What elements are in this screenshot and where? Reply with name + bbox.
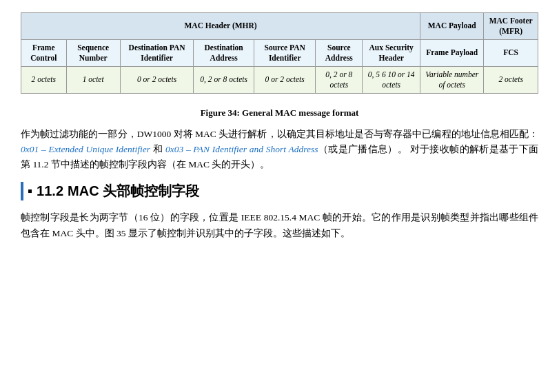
table-top-header-row: MAC Header (MHR) MAC Payload MAC Footer … [21,13,538,40]
val-fcs: 2 octets [484,66,538,93]
mac-format-table: MAC Header (MHR) MAC Payload MAC Footer … [21,12,538,94]
val-sequence-number: 1 octet [66,66,120,93]
mac-payload-cell: MAC Payload [420,13,484,40]
mac-table-wrapper: MAC Header (MHR) MAC Payload MAC Footer … [21,12,538,103]
table-mid-header-row: Frame Control Sequence Number Destinatio… [21,39,538,66]
figure-caption: Figure 34: General MAC message format [21,107,538,118]
val-src-address: 0, 2 or 8 octets [316,66,363,93]
val-dest-pan-id: 0 or 2 octets [120,66,194,93]
val-src-pan-id: 0 or 2 octets [254,66,315,93]
table-data-row: 2 octets 1 octet 0 or 2 octets 0, 2 or 8… [21,66,538,93]
body-text-between-links: 和 [150,144,165,154]
section-number: 11.2 [37,183,63,199]
val-frame-control: 2 octets [21,66,67,93]
body-paragraph: 作为帧过滤功能的一部分，DW1000 对将 MAC 头进行解析，以确定其目标地址… [21,127,538,173]
col-src-address: Source Address [316,39,363,66]
val-aux-security: 0, 5 6 10 or 14 octets [363,66,420,93]
mac-footer-cell: MAC Footer (MFR) [484,13,538,40]
section-heading: ▪ 11.2 MAC 头部帧控制字段 [21,182,538,200]
col-src-pan-id: Source PAN Identifier [254,39,315,66]
section-body: 帧控制字段是长为两字节（16 位）的字段，位置是 IEEE 802.15.4 M… [21,210,538,241]
val-frame-payload: Variable number of octets [420,66,484,93]
val-dest-address: 0, 2 or 8 octets [194,66,254,93]
body-link-1[interactable]: 0x01 – Extended Unique Identifier [21,144,150,154]
mac-header-mhr-cell: MAC Header (MHR) [21,13,420,40]
col-fcs: FCS [484,39,538,66]
section-bullet: ▪ [28,183,32,199]
section-title: MAC 头部帧控制字段 [68,182,199,200]
body-text-before-links: 作为帧过滤功能的一部分，DW1000 对将 MAC 头进行解析，以确定其目标地址… [21,129,538,139]
col-frame-control: Frame Control [21,39,67,66]
col-sequence-number: Sequence Number [66,39,120,66]
col-dest-address: Destination Address [194,39,254,66]
body-link-2[interactable]: 0x03 – PAN Identifier and Short Address [165,144,318,154]
col-frame-payload: Frame Payload [420,39,484,66]
col-dest-pan-id: Destination PAN Identifier [120,39,194,66]
col-aux-security: Aux Security Header [363,39,420,66]
